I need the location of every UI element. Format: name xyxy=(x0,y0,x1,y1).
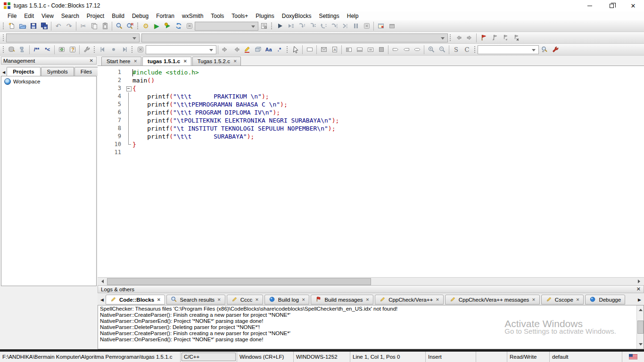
text-document-icon[interactable]: A xyxy=(329,44,340,55)
menu-wxsmith[interactable]: wxSmith xyxy=(178,12,207,20)
rebuild-icon[interactable] xyxy=(173,21,184,31)
menu-project[interactable]: Project xyxy=(83,12,108,20)
workspace-tree-item[interactable]: Workspace xyxy=(4,78,93,85)
paste-icon[interactable] xyxy=(99,21,110,31)
code-line[interactable]: 3{ xyxy=(98,84,644,92)
tab-close-icon[interactable]: ✕ xyxy=(255,297,259,302)
tabs-scroll-left-icon[interactable]: ◀ xyxy=(2,70,7,76)
log-tab-cppcheck-vera-messages[interactable]: CppCheck/Vera++ messages✕ xyxy=(445,295,540,304)
scope-combo[interactable] xyxy=(6,33,140,42)
debugging-windows-icon[interactable] xyxy=(375,21,386,31)
menu-fortran[interactable]: Fortran xyxy=(152,12,178,20)
open-file-icon[interactable] xyxy=(17,21,28,31)
next-instruction-icon[interactable] xyxy=(329,21,339,31)
menu-tools-[interactable]: Tools+ xyxy=(228,12,252,20)
next-bookmark-icon[interactable] xyxy=(500,33,511,43)
panel-bottom-icon[interactable] xyxy=(354,44,365,55)
various-info-icon[interactable] xyxy=(386,21,397,31)
compiler-options-icon[interactable] xyxy=(258,21,269,31)
toolbar-grip[interactable] xyxy=(137,22,139,30)
scroll-up-icon[interactable] xyxy=(637,305,644,313)
doxy-block-comment-icon[interactable] xyxy=(17,44,28,55)
toolbar-grip[interactable] xyxy=(2,45,5,54)
tab-close-icon[interactable]: ✕ xyxy=(532,297,536,302)
message-box-icon[interactable] xyxy=(318,44,329,55)
management-tab-projects[interactable]: Projects xyxy=(7,67,40,76)
jump-forward-icon[interactable] xyxy=(119,44,130,55)
menu-debug[interactable]: Debug xyxy=(128,12,152,20)
code-line[interactable]: 1#include <stdio.h> xyxy=(98,68,644,76)
new-file-icon[interactable] xyxy=(6,21,17,31)
log-tab-build-messages[interactable]: Build messages✕ xyxy=(311,295,373,304)
log-tabs-scroll-left-icon[interactable]: ◀ xyxy=(99,297,106,302)
zoom-in-icon[interactable] xyxy=(426,44,437,55)
frame-cut-right-icon[interactable] xyxy=(390,44,401,55)
step-out-icon[interactable] xyxy=(318,21,329,31)
incremental-search-combo[interactable] xyxy=(146,45,216,54)
frame-cut-both-icon[interactable] xyxy=(412,44,422,55)
save-icon[interactable] xyxy=(28,21,39,31)
menu-file[interactable]: File xyxy=(4,12,20,20)
logs-close-icon[interactable]: ✕ xyxy=(636,286,641,292)
panel-filled-icon[interactable] xyxy=(376,44,387,55)
menu-doxyblocks[interactable]: DoxyBlocks xyxy=(278,12,315,20)
menu-search[interactable]: Search xyxy=(58,12,83,20)
menu-view[interactable]: View xyxy=(38,12,58,20)
editor-tab-tugas-1-5-2-c[interactable]: Tugas 1.5.2.c✕ xyxy=(192,57,241,66)
toolbar-grip[interactable] xyxy=(449,33,452,42)
letter-s-icon[interactable]: S xyxy=(451,44,462,55)
symbol-search-combo[interactable] xyxy=(478,45,539,54)
doxy-extract-docs-icon[interactable] xyxy=(6,44,17,55)
search-symbol-icon[interactable] xyxy=(539,44,550,55)
tab-close-icon[interactable]: ✕ xyxy=(217,297,221,302)
jump-dot-icon[interactable] xyxy=(108,44,119,55)
step-into-instruction-icon[interactable] xyxy=(339,21,350,31)
log-tab-cppcheck-vera-[interactable]: CppCheck/Vera++✕ xyxy=(375,295,444,304)
doxy-run-chm-icon[interactable]: ? xyxy=(67,44,78,55)
frame-icon[interactable] xyxy=(304,44,315,55)
highlight-all-icon[interactable] xyxy=(241,44,252,55)
pointer-icon[interactable] xyxy=(290,44,301,55)
code-line[interactable]: 5 printf("\t\tPEMROGRAMAN BAHASA C \n"); xyxy=(98,100,644,108)
panel-top-icon[interactable] xyxy=(343,44,354,55)
management-close-icon[interactable]: ✕ xyxy=(89,58,94,63)
panel-center-icon[interactable] xyxy=(365,44,376,55)
toolbar-grip[interactable] xyxy=(286,45,289,54)
editor-horizontal-scrollbar[interactable] xyxy=(98,277,644,285)
doxy-comment-line-icon[interactable]: *< xyxy=(42,44,53,55)
editor-tab-tugas-1-5-1-c[interactable]: tugas 1.5.1.c✕ xyxy=(142,57,191,66)
build-icon[interactable]: ⚙ xyxy=(140,21,151,31)
log-vertical-scrollbar[interactable] xyxy=(636,305,644,349)
save-all-icon[interactable] xyxy=(39,21,50,31)
minimize-button[interactable] xyxy=(579,0,601,11)
editor-tab-start-here[interactable]: Start here✕ xyxy=(101,57,141,66)
management-tab-symbols[interactable]: Symbols xyxy=(41,67,74,76)
redo-icon[interactable]: ↷ xyxy=(64,21,74,31)
toggle-bookmark-icon[interactable] xyxy=(478,33,489,43)
doxy-comment-open-icon[interactable]: /** xyxy=(31,44,42,55)
abort-build-icon[interactable] xyxy=(184,21,195,31)
doxy-run-html-icon[interactable] xyxy=(56,44,67,55)
tab-close-icon[interactable]: ✕ xyxy=(183,59,187,64)
toolbar-grip[interactable] xyxy=(2,33,5,42)
jump-back-icon[interactable] xyxy=(97,44,108,55)
next-line-icon[interactable] xyxy=(296,21,307,31)
debug-continue-icon[interactable] xyxy=(274,21,285,31)
doxy-settings-wrench-icon[interactable] xyxy=(81,44,92,55)
menu-settings[interactable]: Settings xyxy=(315,12,343,20)
tab-close-icon[interactable]: ✕ xyxy=(366,297,370,302)
keyboard-language-flag-icon[interactable] xyxy=(622,352,644,362)
code-line[interactable]: 6 printf("\t\t PROGRAM DIPLOMA IV\n"); xyxy=(98,108,644,116)
run-to-cursor-icon[interactable] xyxy=(285,21,296,31)
tab-close-icon[interactable]: ✕ xyxy=(302,297,305,302)
settings-wrench-icon[interactable] xyxy=(550,44,561,55)
code-line[interactable]: 10} xyxy=(98,140,644,148)
log-tab-code-blocks[interactable]: Code::Blocks✕ xyxy=(106,295,165,304)
toolbar-grip[interactable] xyxy=(474,45,476,54)
browse-forward-icon[interactable] xyxy=(464,33,475,43)
menu-help[interactable]: Help xyxy=(343,12,363,20)
regex-icon[interactable]: .* xyxy=(274,44,285,55)
code-line[interactable]: 9 printf("\t\t SURABAYA"); xyxy=(98,132,644,140)
scroll-right-icon[interactable] xyxy=(636,278,644,286)
menu-plugins[interactable]: Plugins xyxy=(252,12,278,20)
